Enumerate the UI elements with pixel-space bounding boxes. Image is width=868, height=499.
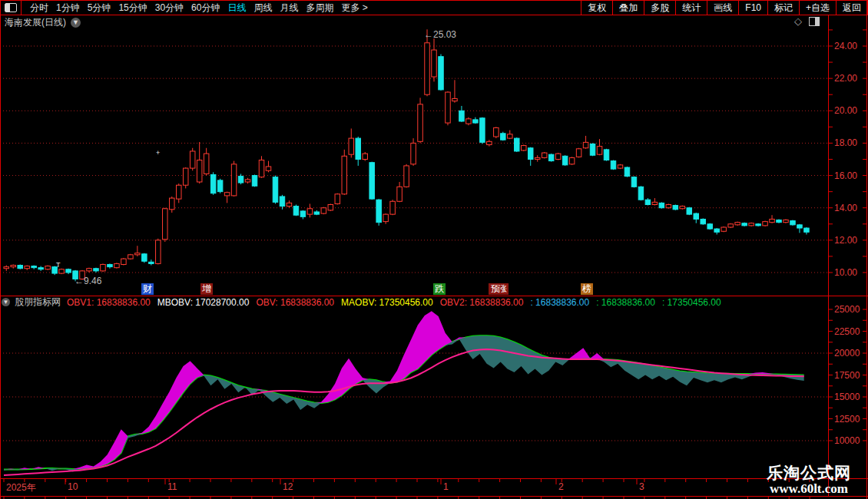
frame-lines xyxy=(0,0,868,499)
indicator-value-1: MBOBV: 17028700.00 xyxy=(157,297,250,308)
indicator-value-5: : 16838836.00 xyxy=(530,297,589,308)
price-axis-label-20: 20.00 xyxy=(834,105,857,116)
frame-and-axes-lines xyxy=(0,0,868,499)
price-axis-label-14: 14.00 xyxy=(834,203,857,213)
indicator-value-2: OBV: 16838836.00 xyxy=(256,297,334,308)
obv-axis-label-25000: 25000 xyxy=(834,304,860,315)
price-axis-label-12: 12.00 xyxy=(834,235,857,246)
chart-marker-0: + xyxy=(156,149,160,157)
obv-axis-label-22500: 22500 xyxy=(834,326,860,337)
badge-预涨[interactable]: 预涨 xyxy=(489,283,509,295)
indicator-value-3: MAOBV: 17350456.00 xyxy=(341,297,433,308)
badge-增[interactable]: 增 xyxy=(200,283,213,295)
price-axis-label-22: 22.00 xyxy=(834,73,857,84)
timeline-label-1: 1 xyxy=(443,481,449,492)
obv-axis-label-12500: 12500 xyxy=(834,414,860,425)
price-annotation-1: ←9.46 xyxy=(75,276,101,286)
watermark: 乐淘公式网 www.60lt.com xyxy=(767,464,851,496)
price-axis-label-18: 18.00 xyxy=(834,137,857,148)
badge-财[interactable]: 财 xyxy=(141,283,154,295)
chart-marker-1: T xyxy=(56,261,61,269)
indicator-source-label: 股朋指标网 xyxy=(15,296,61,308)
price-annotation-0: ←25.03 xyxy=(424,29,456,40)
watermark-url: www.60lt.com xyxy=(767,481,851,496)
obv-axis-label-10000: 10000 xyxy=(834,435,860,446)
badge-榜[interactable]: 榜 xyxy=(581,283,593,295)
indicator-value-0: OBV1: 16838836.00 xyxy=(67,297,151,308)
timeline-label-10: 10 xyxy=(68,481,78,492)
indicator-value-6: : 16838836.00 xyxy=(596,297,655,308)
obv-axis-label-20000: 20000 xyxy=(834,348,860,359)
badge-跌[interactable]: 跌 xyxy=(433,283,446,295)
price-axis-label-24: 24.00 xyxy=(834,41,857,51)
timeline-label-12: 12 xyxy=(283,481,293,492)
watermark-site-name: 乐淘公式网 xyxy=(767,464,851,481)
stock-app-window: 分时1分钟5分钟15分钟30分钟60分钟日线周线月线多周期更多 > 复权叠加多股… xyxy=(0,0,868,499)
obv-axis-label-17500: 17500 xyxy=(834,370,860,381)
price-axis-label-16: 16.00 xyxy=(834,170,857,181)
timeline-label-3: 3 xyxy=(639,481,644,492)
collapse-pane-icon[interactable]: ▼ xyxy=(2,298,10,306)
obv-axis-label-15000: 15000 xyxy=(834,392,860,402)
indicator-header: ▼ 股朋指标网 OBV1: 16838836.00MBOBV: 17028700… xyxy=(2,296,827,308)
indicator-value-7: : 17350456.00 xyxy=(662,297,721,308)
timeline-label-2: 2 xyxy=(558,481,564,492)
price-axis-label-10: 10.00 xyxy=(834,267,857,278)
indicator-value-4: OBV2: 16838836.00 xyxy=(440,297,524,308)
timeline-label-11: 11 xyxy=(167,481,177,492)
timeline-label-2025年: 2025年 xyxy=(6,481,36,494)
axis-ticks xyxy=(4,30,866,499)
